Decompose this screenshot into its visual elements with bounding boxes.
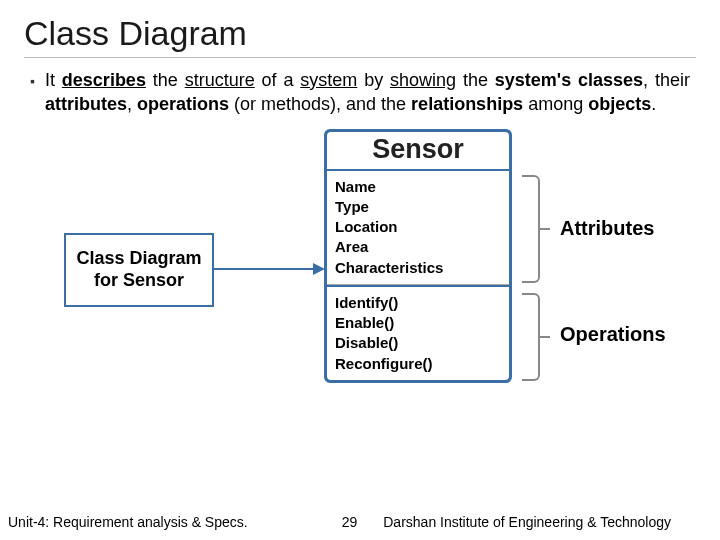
class-name: Sensor: [327, 132, 509, 169]
op-row: Enable(): [335, 313, 501, 333]
bullet-text: It describes the structure of a system b…: [45, 68, 690, 117]
t: attributes: [45, 94, 127, 114]
t: structure: [185, 70, 255, 90]
t: showing: [390, 70, 456, 90]
t: the: [463, 70, 488, 90]
t: system's classes: [495, 70, 643, 90]
t: operations: [137, 94, 229, 114]
bullet-item: ▪ It describes the structure of a system…: [24, 68, 696, 117]
attr-row: Area: [335, 237, 501, 257]
brace-operations-icon: [522, 293, 540, 381]
t: objects: [588, 94, 651, 114]
class-attributes: Name Type Location Area Characteristics: [327, 171, 509, 285]
class-operations: Identify() Enable() Disable() Reconfigur…: [327, 287, 509, 380]
attr-row: Type: [335, 197, 501, 217]
t: (or methods), and the: [229, 94, 411, 114]
page-title: Class Diagram: [24, 14, 696, 58]
t: by: [364, 70, 383, 90]
t: relationships: [411, 94, 523, 114]
t: the: [153, 70, 178, 90]
diagram-label-text: Class Diagram for Sensor: [66, 248, 212, 291]
t: describes: [62, 70, 146, 90]
op-row: Identify(): [335, 293, 501, 313]
t: , their: [643, 70, 690, 90]
footer-page-number: 29: [342, 514, 358, 530]
class-box: Sensor Name Type Location Area Character…: [324, 129, 512, 383]
t: of a: [262, 70, 294, 90]
op-row: Disable(): [335, 333, 501, 353]
attr-row: Location: [335, 217, 501, 237]
t: It: [45, 70, 55, 90]
attr-row: Name: [335, 177, 501, 197]
diagram-area: Class Diagram for Sensor Sensor Name Typ…: [24, 117, 696, 477]
diagram-label-box: Class Diagram for Sensor: [64, 233, 214, 307]
t: among: [523, 94, 588, 114]
attr-row: Characteristics: [335, 258, 501, 278]
op-row: Reconfigure(): [335, 354, 501, 374]
t: ,: [127, 94, 137, 114]
t: system: [300, 70, 357, 90]
bullet-marker: ▪: [30, 72, 35, 117]
arrow-line-icon: [214, 268, 319, 270]
footer-left: Unit-4: Requirement analysis & Specs.: [8, 514, 248, 530]
label-attributes: Attributes: [560, 217, 654, 240]
t: .: [651, 94, 656, 114]
footer-bar: Unit-4: Requirement analysis & Specs. 29…: [0, 514, 720, 530]
brace-attributes-icon: [522, 175, 540, 283]
footer-right: Darshan Institute of Engineering & Techn…: [383, 514, 712, 530]
label-operations: Operations: [560, 323, 666, 346]
